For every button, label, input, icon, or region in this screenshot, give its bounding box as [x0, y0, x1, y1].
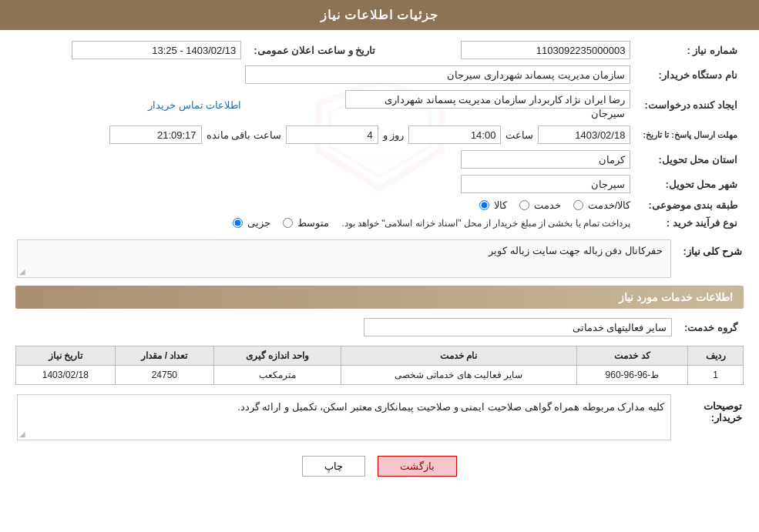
creator-input: رضا ایران نژاد کاربردار سازمان مدیریت پس…	[345, 90, 630, 109]
category-row: طبقه بندی موضوعی: کالا/خدمت خدمت	[15, 196, 744, 214]
need-number-value: 1103092235000003	[405, 38, 636, 62]
need-desc-value: حفرکانال دفن زباله جهت سایت زباله کویر	[489, 245, 663, 256]
process-row: نوع فرآیند خرید : پرداخت تمام یا بخشی از…	[15, 214, 744, 232]
radio-jozi-text: جزیی	[247, 217, 270, 229]
city-row: شهر محل تحویل: سیرجان	[15, 172, 744, 196]
announce-value: 1403/02/13 - 13:25	[15, 38, 247, 62]
services-table-body: 1ط-96-96-960سایر فعالیت های خدماتی شخصیم…	[16, 366, 744, 385]
time-input: 14:00	[408, 125, 501, 144]
radio-khedmat-text: خدمت	[534, 199, 561, 211]
col-service-code: کد خدمت	[576, 346, 688, 366]
back-button[interactable]: بازگشت	[378, 456, 457, 477]
date-input: 1403/02/18	[538, 125, 630, 144]
announce-input: 1403/02/13 - 13:25	[72, 41, 241, 59]
need-desc-box: حفرکانال دفن زباله جهت سایت زباله کویر ◢	[17, 239, 671, 278]
table-cell-quantity: 24750	[115, 366, 213, 385]
watermark-area: ATA Tender.net شماره نیاز : 110309223500…	[15, 38, 744, 232]
creator-contact-link[interactable]: اطلاعات تماس خریدار	[148, 99, 241, 111]
creator-label: ایجاد کننده درخواست:	[636, 87, 744, 122]
date-row: مهلت ارسال پاسخ: تا تاریخ: 1403/02/18 سا…	[15, 122, 744, 147]
announce-label: تاریخ و ساعت اعلان عمومی:	[247, 38, 381, 62]
services-table: ردیف کد خدمت نام خدمت واحد اندازه گیری ت…	[15, 346, 744, 385]
need-desc-table: شرح کلی نیاز: حفرکانال دفن زباله جهت سای…	[15, 238, 744, 279]
main-info-table: شماره نیاز : 1103092235000003 تاریخ و سا…	[15, 38, 744, 232]
need-number-row: شماره نیاز : 1103092235000003 تاریخ و سا…	[15, 38, 744, 62]
org-value: سازمان مدیریت پسماند شهرداری سیرجان	[15, 62, 636, 87]
table-cell-unit: مترمکعب	[214, 366, 341, 385]
buyer-desc-value: کلیه مدارک مربوطه همراه گواهی صلاحیت ایم…	[237, 401, 664, 413]
radio-khedmat[interactable]	[519, 200, 529, 210]
radio-jozi[interactable]	[233, 218, 243, 228]
radio-kala-khedmat-text: کالا/خدمت	[588, 199, 631, 211]
col-date: تاریخ نیاز	[16, 346, 116, 366]
remaining-input: 21:09:17	[109, 125, 202, 144]
days-label: روز و	[383, 129, 405, 141]
table-cell-row_num: 1	[688, 366, 744, 385]
page-header: جزئیات اطلاعات نیاز	[0, 0, 759, 30]
org-label: نام دستگاه خریدار:	[636, 62, 744, 87]
buyer-desc-table: توصیحات خریدار: کلیه مدارک مربوطه همراه …	[15, 393, 744, 448]
resize-handle-icon: ◢	[19, 267, 25, 276]
radio-mottaset[interactable]	[283, 218, 293, 228]
remaining-label: ساعت باقی مانده	[207, 129, 281, 141]
table-cell-date: 1403/02/18	[16, 366, 116, 385]
province-row: استان محل تحویل: کرمان	[15, 147, 744, 172]
service-group-label: گروه خدمت:	[678, 315, 744, 340]
city-label: شهر محل تحویل:	[636, 172, 744, 196]
radio-jozi-label[interactable]: جزیی	[230, 217, 270, 229]
radio-mottaset-text: متوسط	[297, 217, 329, 229]
process-row-flex: پرداخت تمام یا بخشی از مبلغ خریدار از مح…	[22, 217, 630, 229]
category-radio-group: کالا/خدمت خدمت کالا	[22, 199, 630, 211]
services-section-title: اطلاعات خدمات مورد نیاز	[15, 286, 744, 309]
col-service-name: نام خدمت	[341, 346, 576, 366]
service-group-input: سایر فعالیتهای خدماتی	[364, 318, 672, 336]
buyer-resize-handle-icon: ◢	[19, 430, 25, 438]
date-row-flex: 1403/02/18 ساعت 14:00 روز و 4 ساعت باقی …	[22, 125, 630, 144]
col-quantity: تعداد / مقدار	[115, 346, 213, 366]
col-row-num: ردیف	[688, 346, 744, 366]
creator-row: ایجاد کننده درخواست: رضا ایران نژاد کارب…	[15, 87, 744, 122]
content-area: ATA Tender.net شماره نیاز : 110309223500…	[0, 30, 759, 495]
radio-kala-label[interactable]: کالا	[476, 199, 507, 211]
col-unit: واحد اندازه گیری	[214, 346, 341, 366]
org-row: نام دستگاه خریدار: سازمان مدیریت پسماند …	[15, 62, 744, 87]
province-input: کرمان	[461, 150, 630, 169]
radio-mottaset-label[interactable]: متوسط	[280, 217, 329, 229]
page-title: جزئیات اطلاعات نیاز	[321, 8, 439, 22]
time-label: ساعت	[505, 129, 533, 141]
page-container: جزئیات اطلاعات نیاز ATA Tender.net شماره…	[0, 0, 759, 532]
city-input: سیرجان	[461, 175, 630, 193]
radio-kala[interactable]	[479, 200, 489, 210]
print-button[interactable]: چاپ	[302, 456, 365, 477]
province-label: استان محل تحویل:	[636, 147, 744, 172]
days-input: 4	[286, 125, 378, 144]
buyer-desc-label: توصیحات خریدار:	[673, 394, 742, 447]
radio-kala-khedmat-label[interactable]: کالا/خدمت	[570, 199, 631, 211]
org-input: سازمان مدیریت پسماند شهرداری سیرجان	[245, 65, 630, 84]
buyer-desc-box: کلیه مدارک مربوطه همراه گواهی صلاحیت ایم…	[17, 394, 671, 440]
radio-khedmat-label[interactable]: خدمت	[516, 199, 561, 211]
need-number-input: 1103092235000003	[461, 41, 630, 59]
process-label: نوع فرآیند خرید :	[636, 214, 744, 232]
date-label: مهلت ارسال پاسخ: تا تاریخ:	[636, 122, 744, 147]
table-cell-service_code: ط-96-96-960	[576, 366, 688, 385]
category-label: طبقه بندی موضوعی:	[636, 196, 744, 214]
process-note: پرداخت تمام یا بخشی از مبلغ خریدار از مح…	[341, 218, 630, 229]
table-cell-service_name: سایر فعالیت های خدماتی شخصی	[341, 366, 576, 385]
need-desc-label: شرح کلی نیاز:	[673, 239, 742, 278]
table-row: 1ط-96-96-960سایر فعالیت های خدماتی شخصیم…	[16, 366, 744, 385]
radio-kala-khedmat[interactable]	[573, 200, 583, 210]
radio-kala-text: کالا	[494, 199, 507, 211]
button-row: بازگشت چاپ	[15, 448, 744, 487]
process-radio-group: متوسط جزیی	[230, 217, 329, 229]
service-group-table: گروه خدمت: سایر فعالیتهای خدماتی	[15, 315, 744, 340]
need-number-label: شماره نیاز :	[636, 38, 744, 62]
